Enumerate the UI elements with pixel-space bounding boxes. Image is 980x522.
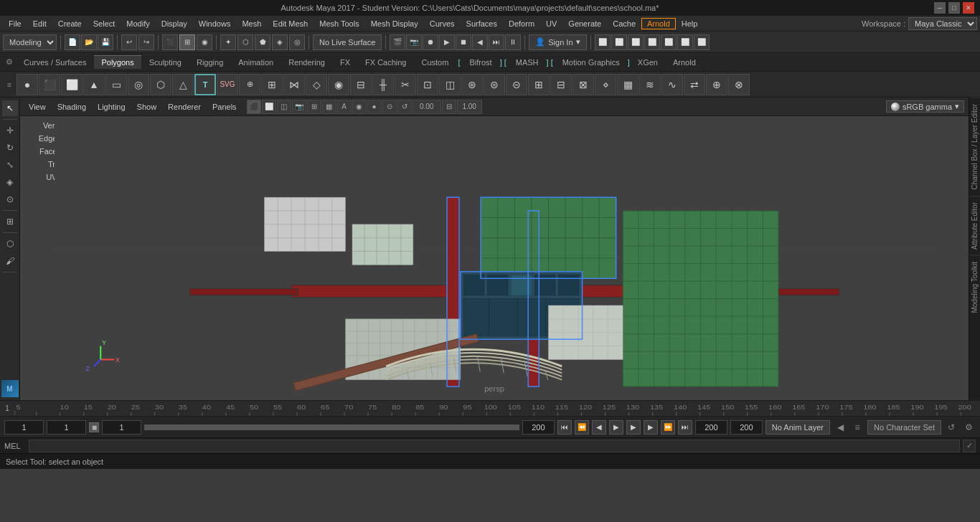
layout-btn2[interactable]: ⬜	[611, 34, 627, 50]
subdivide-button[interactable]: ⊟	[350, 74, 372, 95]
tab-fx-caching[interactable]: FX Caching	[358, 55, 413, 69]
text-button[interactable]: T	[194, 74, 216, 95]
vp-grid-icon[interactable]: ⊞	[307, 100, 321, 114]
layout-btn7[interactable]: ⬜	[694, 34, 710, 50]
layout-btn4[interactable]: ⬜	[644, 34, 660, 50]
select-tool-button[interactable]: ✦	[220, 34, 236, 50]
vp-menu-renderer[interactable]: Renderer	[164, 101, 205, 113]
extra1-button[interactable]: ⊕	[706, 74, 727, 95]
undo-button[interactable]: ↩	[121, 34, 137, 50]
range-end2[interactable]: 200	[695, 420, 727, 435]
vp-refresh-icon[interactable]: ↺	[397, 100, 412, 114]
move-tool-lt[interactable]: ✛	[2, 123, 18, 138]
checker-button[interactable]: ▦	[617, 74, 639, 95]
tab-rendering[interactable]: Rendering	[281, 55, 332, 69]
anim-layer-dropdown[interactable]: No Anim Layer	[765, 420, 830, 435]
universal-manip-lt[interactable]: ◈	[2, 174, 18, 190]
cmd-input[interactable]	[29, 440, 960, 452]
snap-toggle-button[interactable]: ◈	[272, 34, 288, 50]
menu-help[interactable]: Help	[676, 18, 704, 29]
menu-create[interactable]: Create	[52, 18, 88, 29]
menu-windows[interactable]: Windows	[193, 18, 237, 29]
step-forward-button[interactable]: ▶	[644, 420, 658, 435]
insert-edge-button[interactable]: ╫	[372, 74, 394, 95]
menu-modify[interactable]: Modify	[121, 18, 155, 29]
play-forward-button[interactable]: ▶	[626, 420, 641, 435]
mode-dropdown[interactable]: Modeling	[3, 34, 57, 50]
vp-hud-icon[interactable]: ▦	[322, 100, 336, 114]
tab-polygons[interactable]: Polygons	[94, 55, 141, 69]
new-file-button[interactable]: 📄	[65, 34, 80, 50]
snap-uv-button[interactable]: ⊠	[573, 74, 594, 95]
vp-shadow-icon[interactable]: ◉	[352, 100, 367, 114]
prism-button[interactable]: ⬡	[150, 74, 171, 95]
vp-menu-show[interactable]: Show	[133, 101, 161, 113]
open-file-button[interactable]: 📂	[81, 34, 97, 50]
range-end1[interactable]: 200	[522, 420, 555, 435]
render-icon6[interactable]: ◀	[472, 34, 488, 50]
render-icon8[interactable]: ⏸	[505, 34, 521, 50]
layout-btn3[interactable]: ⬜	[628, 34, 644, 50]
sign-in-button[interactable]: 👤 Sign In ▾	[529, 34, 586, 50]
char-set-icon1[interactable]: ↺	[944, 420, 958, 435]
attribute-editor-tab[interactable]: Attribute Editor	[969, 196, 980, 255]
render-icon7[interactable]: ⏭	[489, 34, 504, 50]
menu-cache[interactable]: Cache	[607, 18, 641, 29]
sphere-button[interactable]: ●	[17, 74, 38, 95]
svg-button[interactable]: SVG	[217, 74, 238, 95]
frame-field3[interactable]: 1	[102, 420, 141, 435]
frame-field2[interactable]: 1	[47, 420, 86, 435]
show-manipulator-lt[interactable]: ⊞	[2, 214, 18, 229]
go-end-button[interactable]: ⏭	[678, 420, 692, 435]
unfold-button[interactable]: ⊝	[506, 74, 527, 95]
current-frame-field[interactable]: 1	[4, 420, 44, 435]
redo-button[interactable]: ↪	[138, 34, 154, 50]
menu-curves[interactable]: Curves	[424, 18, 461, 29]
range-slider[interactable]	[144, 424, 519, 430]
cmd-accept-icon[interactable]: ✓	[963, 440, 976, 452]
tab-animation[interactable]: Animation	[231, 55, 281, 69]
menu-file[interactable]: File	[3, 18, 27, 29]
render-icon2[interactable]: 📷	[406, 34, 422, 50]
scene-canvas[interactable]: X Y Z persp	[20, 116, 969, 400]
vp-dof-icon[interactable]: ⊙	[382, 100, 397, 114]
tab-curves-surfaces[interactable]: Curves / Surfaces	[17, 55, 93, 69]
cube-button[interactable]: ⬛	[39, 74, 60, 95]
select-by-component-button[interactable]: ⬛	[162, 34, 178, 50]
tab-rigging[interactable]: Rigging	[189, 55, 230, 69]
viewport[interactable]: View Shading Lighting Show Renderer Pane…	[20, 98, 969, 400]
char-set-icon2[interactable]: ⚙	[961, 420, 976, 435]
vp-cam-icon[interactable]: 📷	[292, 100, 306, 114]
timeline-ruler[interactable]: 1 5 10 15 20 25 30 35 40 45 50 55 60 65 …	[0, 400, 980, 416]
transfer-button[interactable]: ⇄	[684, 74, 705, 95]
vp-menu-panels[interactable]: Panels	[208, 101, 241, 113]
vp-menu-lighting[interactable]: Lighting	[93, 101, 130, 113]
menu-display[interactable]: Display	[156, 18, 193, 29]
shelf-menu-icon[interactable]: ≡	[3, 74, 16, 95]
lasso-lt[interactable]: ⬡	[2, 236, 18, 252]
render-icon1[interactable]: 🎬	[390, 34, 405, 50]
layout-uv-button[interactable]: ⊟	[550, 74, 572, 95]
tab-bifrost[interactable]: Bifrost	[462, 55, 499, 69]
anim-layer-icon1[interactable]: ◀	[833, 420, 847, 435]
layout-btn5[interactable]: ⬜	[661, 34, 677, 50]
torus-button[interactable]: ◎	[128, 74, 149, 95]
menu-deform[interactable]: Deform	[503, 18, 540, 29]
close-button[interactable]: ✕	[963, 2, 974, 14]
bridge-button[interactable]: ⋈	[283, 74, 305, 95]
tool1-button[interactable]: ◉	[197, 34, 212, 50]
play-back-button[interactable]: ▶	[609, 420, 623, 435]
shelf-settings-icon[interactable]: ⚙	[3, 52, 16, 73]
connect-button[interactable]: ⊡	[417, 74, 438, 95]
no-live-surface-button[interactable]: No Live Surface	[313, 34, 382, 50]
minimize-button[interactable]: ─	[934, 2, 946, 14]
tab-custom[interactable]: Custom	[415, 55, 456, 69]
scale-tool-lt[interactable]: ⤡	[2, 157, 18, 173]
select-tool-lt[interactable]: ↖	[2, 100, 18, 116]
uv-editor-button[interactable]: ⊞	[528, 74, 550, 95]
lasso-tool-button[interactable]: ⬡	[237, 34, 253, 50]
workspace-dropdown[interactable]: Maya Classic	[908, 17, 977, 30]
crease-button[interactable]: ∿	[661, 74, 683, 95]
vp-wire-icon[interactable]: ⬜	[262, 100, 276, 114]
menu-mesh[interactable]: Mesh	[236, 18, 267, 29]
